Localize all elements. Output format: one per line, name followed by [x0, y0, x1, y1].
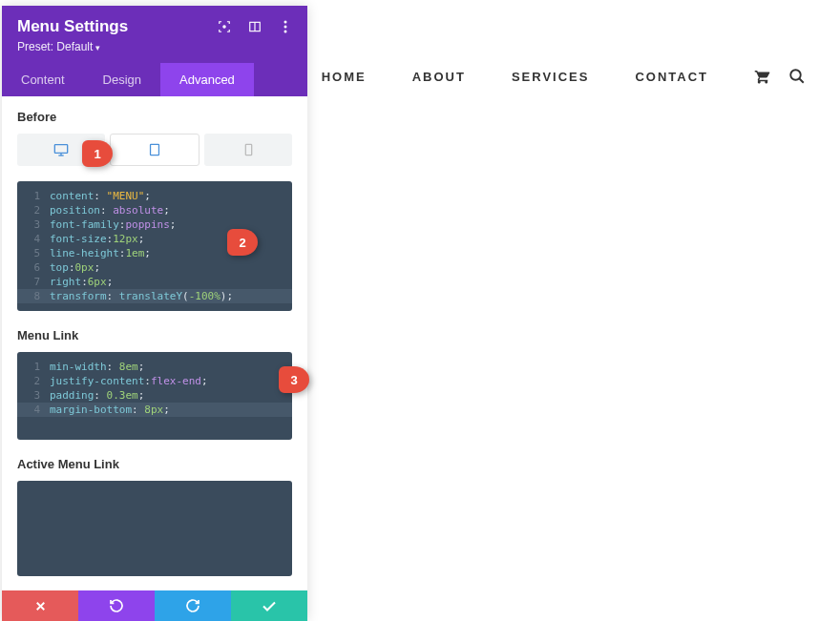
device-tabs [17, 134, 292, 166]
device-phone[interactable] [204, 134, 292, 166]
redo-button[interactable] [155, 590, 231, 621]
nav-menu: HOME ABOUT SERVICES CONTACT [322, 70, 708, 84]
active-menu-link-label: Active Menu Link [17, 457, 292, 471]
save-button[interactable] [231, 590, 307, 621]
columns-icon[interactable] [248, 20, 262, 33]
callout-1: 1 [82, 140, 113, 167]
menu-link-code[interactable]: 1min-width: 8em; 2justify-content:flex-e… [17, 352, 292, 440]
active-menu-link-code[interactable] [17, 481, 292, 576]
more-icon[interactable] [279, 20, 292, 33]
focus-icon[interactable] [218, 20, 231, 33]
tab-advanced[interactable]: Advanced [160, 63, 254, 96]
scroll-area[interactable]: Before 1content: "MENU"; 2position [2, 96, 307, 621]
before-label: Before [17, 110, 292, 124]
svg-point-7 [284, 31, 287, 33]
callout-3: 3 [279, 366, 309, 393]
settings-panel: Menu Settings Preset: Default Content De… [2, 6, 307, 621]
svg-point-5 [284, 21, 287, 24]
preview-area: HOME ABOUT SERVICES CONTACT [325, 0, 840, 153]
panel-title: Menu Settings [17, 17, 128, 36]
preview-icons [754, 68, 806, 85]
menu-link-label: Menu Link [17, 328, 292, 342]
nav-home[interactable]: HOME [322, 70, 367, 84]
svg-rect-11 [151, 144, 159, 155]
panel-header: Menu Settings Preset: Default [2, 6, 307, 63]
preset-selector[interactable]: Preset: Default [17, 40, 292, 53]
nav-about[interactable]: ABOUT [412, 70, 466, 84]
phone-icon [244, 143, 253, 156]
svg-point-6 [284, 26, 287, 29]
cancel-button[interactable] [2, 590, 78, 621]
undo-button[interactable] [78, 590, 155, 621]
tab-design[interactable]: Design [84, 63, 160, 96]
nav-services[interactable]: SERVICES [512, 70, 590, 84]
svg-point-0 [790, 70, 801, 80]
svg-rect-8 [54, 145, 67, 154]
tabs: Content Design Advanced [2, 63, 307, 96]
nav-contact[interactable]: CONTACT [635, 70, 708, 84]
tablet-icon [149, 143, 160, 156]
device-tablet[interactable] [110, 134, 200, 166]
cart-icon[interactable] [754, 68, 771, 85]
desktop-icon [53, 143, 69, 156]
svg-rect-12 [245, 144, 251, 155]
search-icon[interactable] [788, 68, 806, 85]
callout-2: 2 [227, 229, 258, 256]
tab-content[interactable]: Content [2, 63, 84, 96]
footer-bar [2, 590, 307, 621]
svg-line-1 [799, 78, 804, 83]
svg-point-2 [223, 26, 225, 28]
